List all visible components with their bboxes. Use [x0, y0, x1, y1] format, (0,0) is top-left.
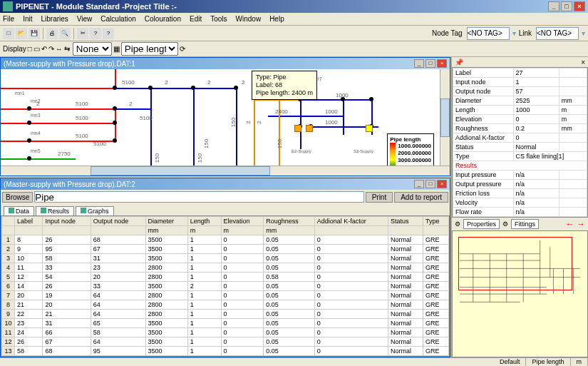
cell-roughness[interactable]: 0.05	[264, 254, 314, 263]
cell-label[interactable]: 10	[15, 254, 43, 263]
col-elevation[interactable]: Elevation	[221, 217, 264, 226]
cell-roughness[interactable]: 0.05	[264, 347, 314, 356]
cell-diameter[interactable]: 3500	[145, 254, 187, 263]
node[interactable]	[148, 86, 153, 90]
table-row[interactable]: 9 22 21 64 2800 1 0 0.05 0 Normal GRE	[2, 310, 449, 319]
cell-kfactor[interactable]: 0	[314, 245, 388, 254]
cell-status[interactable]: Normal	[388, 245, 423, 254]
cell-type[interactable]: GRE	[423, 273, 448, 282]
nodetag-input[interactable]	[467, 27, 510, 40]
datagrid-close-button[interactable]: ×	[437, 180, 447, 188]
pipe[interactable]	[115, 88, 150, 89]
cell-label[interactable]: 11	[15, 263, 43, 273]
col-roughness[interactable]: Roughness	[264, 217, 314, 226]
help-icon[interactable]: ?	[90, 28, 101, 39]
table-row[interactable]: 2 9 95 67 3500 1 0 0.05 0 Normal GRE	[2, 245, 449, 254]
cell-type[interactable]: GRE	[423, 310, 448, 319]
h-scrollbar[interactable]	[1, 166, 450, 176]
menu-file[interactable]: File	[3, 15, 14, 23]
cell-output[interactable]: 95	[91, 347, 145, 356]
cell-input[interactable]: 31	[43, 319, 91, 328]
cell-length[interactable]: 1	[187, 291, 221, 300]
cell-label[interactable]: 14	[15, 282, 43, 291]
cell-status[interactable]: Normal	[388, 328, 423, 337]
node[interactable]	[191, 86, 195, 90]
col-edit[interactable]	[2, 217, 15, 226]
table-row[interactable]: 3 10 58 31 3500 1 0 0.05 0 Normal GRE	[2, 254, 449, 263]
col-kfactor[interactable]: Addional K-factor	[314, 217, 388, 226]
cell-diameter[interactable]: 2800	[145, 263, 187, 273]
cell-elevation[interactable]: 0	[221, 300, 264, 310]
cell-type[interactable]: GRE	[423, 319, 448, 328]
cell-output[interactable]: 64	[91, 310, 145, 319]
cell-output[interactable]: 68	[91, 235, 145, 245]
cell-kfactor[interactable]: 0	[314, 263, 388, 273]
menu-colouration[interactable]: Colouration	[145, 15, 181, 23]
node[interactable]	[27, 121, 31, 125]
cell-label[interactable]: 12	[15, 273, 43, 282]
cell-status[interactable]: Normal	[388, 273, 423, 282]
cell-elevation[interactable]: 0	[221, 347, 264, 356]
cell-output[interactable]: 67	[91, 245, 145, 254]
prop-close-icon[interactable]: ×	[581, 59, 585, 66]
table-row[interactable]: 6 14 26 33 3500 2 0 0.05 0 Normal GRE	[2, 282, 449, 291]
print-button[interactable]: Print	[366, 192, 393, 203]
disp-btn4-icon[interactable]: ↷	[48, 45, 54, 53]
cell-output[interactable]: 64	[91, 300, 145, 310]
cell-elevation[interactable]: 0	[221, 273, 264, 282]
pipe[interactable]	[193, 88, 236, 89]
cell-input[interactable]: 66	[43, 328, 91, 337]
pipe[interactable]	[1, 158, 76, 160]
col-input[interactable]: Input node	[43, 217, 91, 226]
v-scroll-thumb[interactable]	[440, 98, 450, 137]
pipe[interactable]	[150, 88, 193, 89]
pipe[interactable]	[1, 88, 115, 89]
v-scrollbar[interactable]	[440, 69, 450, 166]
prop-type-v[interactable]: CS flake lining[1]	[513, 152, 587, 161]
prop-len-v[interactable]: 1000	[513, 106, 559, 115]
tab-results[interactable]: Results	[36, 206, 74, 215]
cell-diameter[interactable]: 3500	[145, 319, 187, 328]
cell-kfactor[interactable]: 0	[314, 273, 388, 282]
close-button[interactable]: ×	[574, 1, 585, 11]
col-length[interactable]: Length	[187, 217, 221, 226]
tab-properties[interactable]: Properties	[463, 219, 500, 229]
cell-elevation[interactable]: 0	[221, 282, 264, 291]
cell-label[interactable]: 23	[15, 319, 43, 328]
cell-label[interactable]: 20	[15, 291, 43, 300]
cell-output[interactable]: 33	[91, 282, 145, 291]
cell-diameter[interactable]: 3500	[145, 328, 187, 337]
cell-kfactor[interactable]: 0	[314, 328, 388, 337]
save-icon[interactable]: 💾	[29, 28, 40, 39]
cell-length[interactable]: 1	[187, 337, 221, 347]
cell-status[interactable]: Normal	[388, 282, 423, 291]
cell-label[interactable]: 21	[15, 300, 43, 310]
cell-input[interactable]: 26	[43, 235, 91, 245]
data-table[interactable]: Label Input node Output node Diameter Le…	[1, 215, 450, 357]
node[interactable]	[27, 106, 31, 111]
attr-refresh-icon[interactable]: ⟳	[180, 45, 185, 53]
cell-kfactor[interactable]: 0	[314, 347, 388, 356]
cell-input[interactable]: 54	[43, 273, 91, 282]
equipment-icon[interactable]	[366, 125, 373, 132]
cell-diameter[interactable]: 2800	[145, 291, 187, 300]
node[interactable]	[369, 97, 373, 101]
cell-diameter[interactable]: 2800	[145, 300, 187, 310]
cell-input[interactable]: 33	[43, 263, 91, 273]
minimize-button[interactable]: _	[548, 1, 559, 11]
table-row[interactable]: 4 11 33 23 2800 1 0 0.05 0 Normal GRE	[2, 263, 449, 273]
cell-length[interactable]: 1	[187, 347, 221, 356]
cell-status[interactable]: Normal	[388, 254, 423, 263]
cell-roughness[interactable]: 0.05	[264, 245, 314, 254]
cell-input[interactable]: 95	[43, 245, 91, 254]
pipe[interactable]	[150, 88, 152, 166]
cell-length[interactable]: 1	[187, 310, 221, 319]
prop-k-v[interactable]: 0	[513, 133, 559, 143]
maximize-button[interactable]: □	[561, 1, 572, 11]
cell-diameter[interactable]: 3500	[145, 347, 187, 356]
cell-output[interactable]: 31	[91, 254, 145, 263]
cell-diameter[interactable]: 3500	[145, 337, 187, 347]
add-report-button[interactable]: Add to report	[394, 192, 448, 203]
node[interactable]	[113, 138, 117, 143]
cell-elevation[interactable]: 0	[221, 263, 264, 273]
